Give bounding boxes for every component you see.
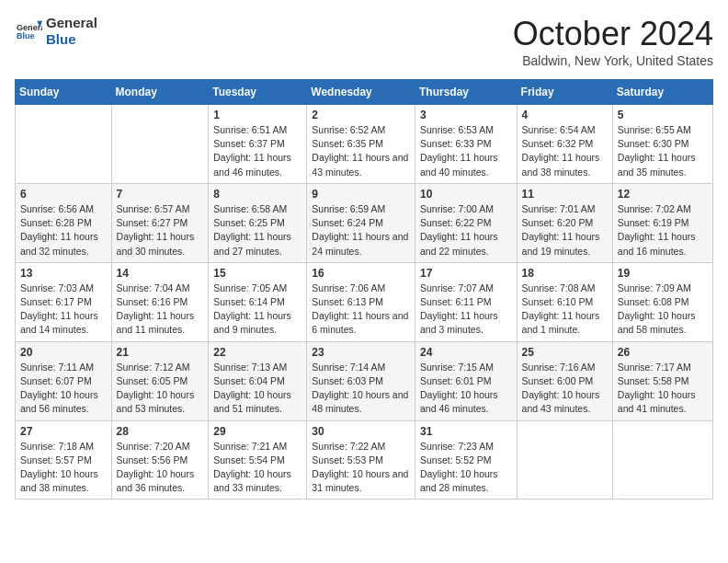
- cell-content: Sunrise: 7:07 AM Sunset: 6:11 PM Dayligh…: [420, 282, 512, 338]
- day-number: 12: [618, 188, 708, 201]
- day-number: 28: [117, 425, 204, 438]
- cell-content: Sunrise: 6:59 AM Sunset: 6:24 PM Dayligh…: [312, 202, 410, 259]
- day-number: 24: [420, 346, 512, 359]
- calendar-cell: 3Sunrise: 6:53 AM Sunset: 6:33 PM Daylig…: [415, 105, 517, 184]
- calendar-cell: 9Sunrise: 6:59 AM Sunset: 6:24 PM Daylig…: [307, 183, 415, 262]
- cell-content: Sunrise: 7:08 AM Sunset: 6:10 PM Dayligh…: [522, 282, 608, 338]
- calendar-cell: 19Sunrise: 7:09 AM Sunset: 6:08 PM Dayli…: [612, 262, 712, 341]
- calendar-cell: 31Sunrise: 7:23 AM Sunset: 5:52 PM Dayli…: [415, 420, 517, 500]
- day-number: 20: [20, 346, 107, 359]
- cell-content: Sunrise: 7:11 AM Sunset: 6:07 PM Dayligh…: [20, 361, 107, 417]
- calendar-cell: 6Sunrise: 6:56 AM Sunset: 6:28 PM Daylig…: [16, 183, 112, 262]
- cell-content: Sunrise: 7:14 AM Sunset: 6:03 PM Dayligh…: [312, 361, 410, 417]
- header-tuesday: Tuesday: [209, 80, 307, 105]
- logo-general-text: General: [46, 15, 97, 31]
- calendar-cell: 7Sunrise: 6:57 AM Sunset: 6:27 PM Daylig…: [111, 183, 209, 262]
- calendar-cell: 17Sunrise: 7:07 AM Sunset: 6:11 PM Dayli…: [415, 262, 517, 341]
- calendar-cell: 24Sunrise: 7:15 AM Sunset: 6:01 PM Dayli…: [415, 341, 517, 420]
- day-number: 18: [522, 267, 608, 280]
- cell-content: Sunrise: 7:18 AM Sunset: 5:57 PM Dayligh…: [20, 440, 107, 496]
- calendar-body: 1Sunrise: 6:51 AM Sunset: 6:37 PM Daylig…: [16, 105, 713, 500]
- calendar-cell: [517, 420, 612, 500]
- day-number: 15: [213, 267, 301, 280]
- calendar-table: SundayMondayTuesdayWednesdayThursdayFrid…: [15, 79, 713, 500]
- cell-content: Sunrise: 7:17 AM Sunset: 5:58 PM Dayligh…: [618, 361, 708, 417]
- calendar-cell: [16, 105, 112, 184]
- cell-content: Sunrise: 7:12 AM Sunset: 6:05 PM Dayligh…: [117, 361, 204, 417]
- cell-content: Sunrise: 7:05 AM Sunset: 6:14 PM Dayligh…: [213, 282, 301, 338]
- calendar-cell: 22Sunrise: 7:13 AM Sunset: 6:04 PM Dayli…: [209, 341, 307, 420]
- cell-content: Sunrise: 7:13 AM Sunset: 6:04 PM Dayligh…: [213, 361, 301, 417]
- day-number: 22: [213, 346, 301, 359]
- cell-content: Sunrise: 7:02 AM Sunset: 6:19 PM Dayligh…: [618, 202, 708, 259]
- cell-content: Sunrise: 7:06 AM Sunset: 6:13 PM Dayligh…: [312, 282, 410, 338]
- calendar-week-row: 13Sunrise: 7:03 AM Sunset: 6:17 PM Dayli…: [16, 262, 713, 341]
- day-number: 29: [213, 425, 301, 438]
- cell-content: Sunrise: 6:55 AM Sunset: 6:30 PM Dayligh…: [618, 123, 708, 179]
- cell-content: Sunrise: 7:01 AM Sunset: 6:20 PM Dayligh…: [522, 202, 608, 259]
- calendar-cell: 30Sunrise: 7:22 AM Sunset: 5:53 PM Dayli…: [307, 420, 415, 500]
- day-number: 10: [420, 188, 512, 201]
- day-number: 14: [117, 267, 204, 280]
- cell-content: Sunrise: 7:00 AM Sunset: 6:22 PM Dayligh…: [420, 202, 512, 259]
- calendar-cell: 25Sunrise: 7:16 AM Sunset: 6:00 PM Dayli…: [517, 341, 612, 420]
- logo-icon: General Blue: [17, 18, 42, 44]
- cell-content: Sunrise: 7:04 AM Sunset: 6:16 PM Dayligh…: [117, 282, 204, 338]
- day-number: 4: [522, 109, 608, 121]
- cell-content: Sunrise: 7:23 AM Sunset: 5:52 PM Dayligh…: [420, 440, 512, 496]
- calendar-header: SundayMondayTuesdayWednesdayThursdayFrid…: [16, 80, 713, 105]
- cell-content: Sunrise: 6:56 AM Sunset: 6:28 PM Dayligh…: [20, 202, 107, 259]
- day-number: 17: [420, 267, 512, 280]
- calendar-cell: 5Sunrise: 6:55 AM Sunset: 6:30 PM Daylig…: [612, 105, 712, 184]
- calendar-cell: 2Sunrise: 6:52 AM Sunset: 6:35 PM Daylig…: [307, 105, 415, 184]
- calendar-week-row: 6Sunrise: 6:56 AM Sunset: 6:28 PM Daylig…: [16, 183, 713, 262]
- calendar-cell: 8Sunrise: 6:58 AM Sunset: 6:25 PM Daylig…: [209, 183, 307, 262]
- day-number: 5: [618, 109, 708, 121]
- calendar-cell: 28Sunrise: 7:20 AM Sunset: 5:56 PM Dayli…: [111, 420, 209, 500]
- calendar-cell: 29Sunrise: 7:21 AM Sunset: 5:54 PM Dayli…: [209, 420, 307, 500]
- header-saturday: Saturday: [612, 80, 712, 105]
- day-number: 23: [312, 346, 410, 359]
- calendar-cell: 1Sunrise: 6:51 AM Sunset: 6:37 PM Daylig…: [209, 105, 307, 184]
- calendar-cell: [111, 105, 209, 184]
- day-number: 27: [20, 425, 107, 438]
- cell-content: Sunrise: 6:51 AM Sunset: 6:37 PM Dayligh…: [213, 123, 301, 179]
- month-title: October 2024: [513, 15, 713, 53]
- day-number: 11: [522, 188, 608, 201]
- cell-content: Sunrise: 7:21 AM Sunset: 5:54 PM Dayligh…: [213, 440, 301, 496]
- day-number: 25: [522, 346, 608, 359]
- calendar-cell: 12Sunrise: 7:02 AM Sunset: 6:19 PM Dayli…: [612, 183, 712, 262]
- title-block: October 2024 Baldwin, New York, United S…: [513, 15, 713, 68]
- cell-content: Sunrise: 7:20 AM Sunset: 5:56 PM Dayligh…: [117, 440, 204, 496]
- header-sunday: Sunday: [16, 80, 112, 105]
- day-number: 9: [312, 188, 410, 201]
- header-monday: Monday: [111, 80, 209, 105]
- calendar-cell: 21Sunrise: 7:12 AM Sunset: 6:05 PM Dayli…: [111, 341, 209, 420]
- day-number: 30: [312, 425, 410, 438]
- day-number: 16: [312, 267, 410, 280]
- calendar-cell: 10Sunrise: 7:00 AM Sunset: 6:22 PM Dayli…: [415, 183, 517, 262]
- page-header: General Blue General Blue October 2024 B…: [15, 15, 713, 68]
- day-number: 1: [213, 109, 301, 121]
- day-number: 26: [618, 346, 708, 359]
- cell-content: Sunrise: 6:53 AM Sunset: 6:33 PM Dayligh…: [420, 123, 512, 179]
- calendar-week-row: 27Sunrise: 7:18 AM Sunset: 5:57 PM Dayli…: [16, 420, 713, 500]
- day-number: 7: [117, 188, 204, 201]
- calendar-cell: 23Sunrise: 7:14 AM Sunset: 6:03 PM Dayli…: [307, 341, 415, 420]
- cell-content: Sunrise: 6:54 AM Sunset: 6:32 PM Dayligh…: [522, 123, 608, 179]
- header-friday: Friday: [517, 80, 612, 105]
- day-number: 21: [117, 346, 204, 359]
- location: Baldwin, New York, United States: [513, 53, 713, 68]
- calendar-week-row: 1Sunrise: 6:51 AM Sunset: 6:37 PM Daylig…: [16, 105, 713, 184]
- header-thursday: Thursday: [415, 80, 517, 105]
- calendar-cell: 18Sunrise: 7:08 AM Sunset: 6:10 PM Dayli…: [517, 262, 612, 341]
- calendar-cell: 26Sunrise: 7:17 AM Sunset: 5:58 PM Dayli…: [612, 341, 712, 420]
- calendar-cell: 20Sunrise: 7:11 AM Sunset: 6:07 PM Dayli…: [16, 341, 112, 420]
- day-number: 6: [20, 188, 107, 201]
- logo-blue-text: Blue: [46, 31, 97, 48]
- cell-content: Sunrise: 6:57 AM Sunset: 6:27 PM Dayligh…: [117, 202, 204, 259]
- day-number: 3: [420, 109, 512, 121]
- calendar-cell: 11Sunrise: 7:01 AM Sunset: 6:20 PM Dayli…: [517, 183, 612, 262]
- day-number: 31: [420, 425, 512, 438]
- day-number: 8: [213, 188, 301, 201]
